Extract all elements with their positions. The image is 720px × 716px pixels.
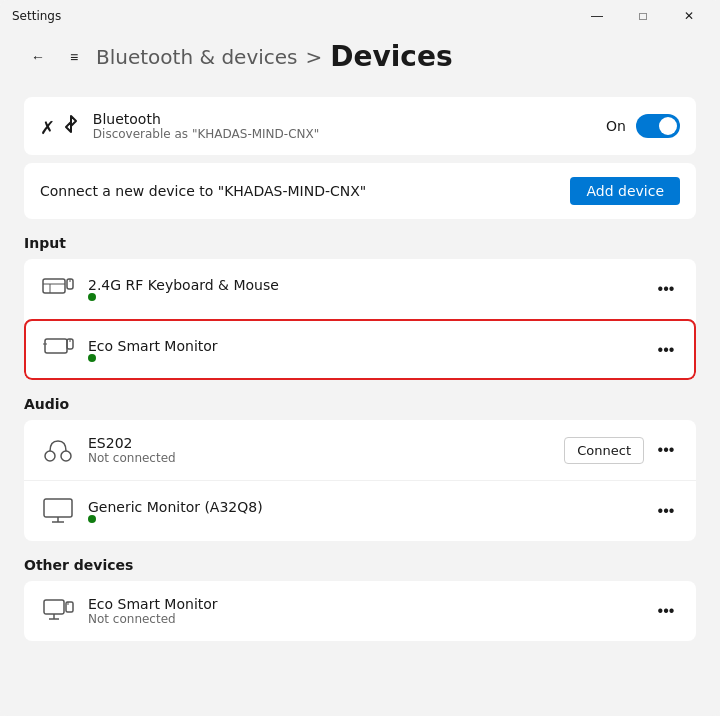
add-device-row: Connect a new device to "KHADAS-MIND-CNX…: [24, 163, 696, 219]
other-device-1-more[interactable]: •••: [652, 597, 680, 625]
other-device-1-status: Not connected: [88, 612, 640, 626]
bluetooth-left: ✗ Bluetooth Discoverable as "KHADAS-MIND…: [40, 111, 319, 141]
input-device-1-actions: •••: [652, 275, 680, 303]
input-device-1-status: [88, 293, 640, 301]
input-device-2-actions: •••: [652, 336, 680, 364]
title-bar-left: Settings: [12, 9, 61, 23]
add-device-card: Connect a new device to "KHADAS-MIND-CNX…: [24, 163, 696, 219]
bluetooth-icon: ✗: [40, 114, 81, 138]
audio-device-2-more[interactable]: •••: [652, 497, 680, 525]
bluetooth-row: ✗ Bluetooth Discoverable as "KHADAS-MIND…: [24, 97, 696, 155]
svg-point-9: [45, 451, 55, 461]
es202-icon: [40, 432, 76, 468]
audio-device-1-status: Not connected: [88, 451, 552, 465]
input-section-label: Input: [24, 235, 696, 251]
add-device-text: Connect a new device to "KHADAS-MIND-CNX…: [40, 183, 366, 199]
generic-monitor-icon: [40, 493, 76, 529]
svg-rect-5: [45, 339, 67, 353]
toggle-knob: [659, 117, 677, 135]
audio-device-2-name: Generic Monitor (A32Q8): [88, 499, 640, 515]
audio-devices-card: ES202 Not connected Connect •••: [24, 420, 696, 541]
close-button[interactable]: ✕: [666, 0, 712, 32]
input-device-1-info: 2.4G RF Keyboard & Mouse: [88, 277, 640, 301]
title-bar-controls: — □ ✕: [574, 0, 712, 32]
bluetooth-toggle-label: On: [606, 118, 626, 134]
input-devices-card: 2.4G RF Keyboard & Mouse •••: [24, 259, 696, 380]
main-content: ← ≡ Bluetooth & devices > Devices ✗ Blue…: [0, 32, 720, 716]
breadcrumb-current: Devices: [330, 40, 452, 73]
bluetooth-sub: Discoverable as "KHADAS-MIND-CNX": [93, 127, 319, 141]
audio-device-1-info: ES202 Not connected: [88, 435, 552, 465]
maximize-button[interactable]: □: [620, 0, 666, 32]
back-button[interactable]: ←: [24, 43, 52, 71]
svg-rect-17: [66, 602, 73, 612]
bluetooth-toggle[interactable]: [636, 114, 680, 138]
other-eco-monitor-icon: [40, 593, 76, 629]
settings-window: Settings — □ ✕ ← ≡ Bluetooth & devices >…: [0, 0, 720, 716]
minimize-button[interactable]: —: [574, 0, 620, 32]
audio-device-1-status-text: Not connected: [88, 451, 176, 465]
input-device-2-more[interactable]: •••: [652, 336, 680, 364]
other-section-label: Other devices: [24, 557, 696, 573]
breadcrumb: ← ≡ Bluetooth & devices > Devices: [24, 32, 696, 73]
other-device-1-info: Eco Smart Monitor Not connected: [88, 596, 640, 626]
eco-monitor-input-icon: [40, 332, 76, 368]
audio-device-1-name: ES202: [88, 435, 552, 451]
input-device-2-name: Eco Smart Monitor: [88, 338, 640, 354]
title-bar: Settings — □ ✕: [0, 0, 720, 32]
bluetooth-card: ✗ Bluetooth Discoverable as "KHADAS-MIND…: [24, 97, 696, 155]
bluetooth-right: On: [606, 114, 680, 138]
bluetooth-info: Bluetooth Discoverable as "KHADAS-MIND-C…: [93, 111, 319, 141]
svg-point-10: [61, 451, 71, 461]
connect-es202-button[interactable]: Connect: [564, 437, 644, 464]
other-devices-card: Eco Smart Monitor Not connected •••: [24, 581, 696, 641]
other-device-1-name: Eco Smart Monitor: [88, 596, 640, 612]
other-device-1: Eco Smart Monitor Not connected •••: [24, 581, 696, 641]
audio-device-2-actions: •••: [652, 497, 680, 525]
breadcrumb-separator: >: [306, 45, 323, 69]
audio-device-2-status: [88, 515, 640, 523]
audio-device-1: ES202 Not connected Connect •••: [24, 420, 696, 480]
input-device-1-name: 2.4G RF Keyboard & Mouse: [88, 277, 640, 293]
svg-rect-14: [44, 600, 64, 614]
status-dot-3: [88, 515, 96, 523]
status-dot-1: [88, 293, 96, 301]
input-device-2-info: Eco Smart Monitor: [88, 338, 640, 362]
menu-button[interactable]: ≡: [60, 43, 88, 71]
audio-device-1-more[interactable]: •••: [652, 436, 680, 464]
input-device-2-status: [88, 354, 640, 362]
bluetooth-name: Bluetooth: [93, 111, 319, 127]
add-device-button[interactable]: Add device: [570, 177, 680, 205]
svg-rect-0: [43, 279, 65, 293]
audio-section-label: Audio: [24, 396, 696, 412]
window-title: Settings: [12, 9, 61, 23]
audio-device-2: Generic Monitor (A32Q8) •••: [24, 480, 696, 541]
svg-rect-11: [44, 499, 72, 517]
input-device-1: 2.4G RF Keyboard & Mouse •••: [24, 259, 696, 319]
keyboard-mouse-icon: [40, 271, 76, 307]
other-device-1-status-text: Not connected: [88, 612, 176, 626]
audio-device-1-actions: Connect •••: [564, 436, 680, 464]
input-device-2: Eco Smart Monitor •••: [24, 319, 696, 380]
breadcrumb-parent[interactable]: Bluetooth & devices: [96, 45, 298, 69]
other-device-1-actions: •••: [652, 597, 680, 625]
input-device-1-more[interactable]: •••: [652, 275, 680, 303]
audio-device-2-info: Generic Monitor (A32Q8): [88, 499, 640, 523]
status-dot-2: [88, 354, 96, 362]
